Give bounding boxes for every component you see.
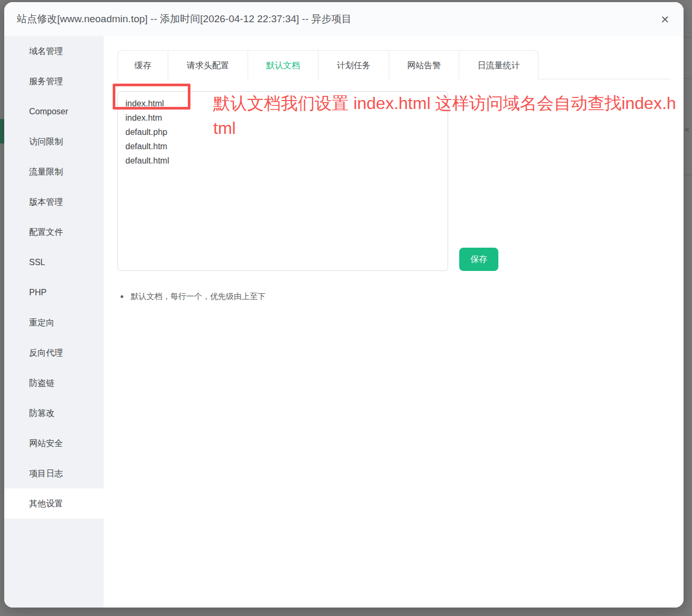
screen: < 站点修改[www.neoadmin.top] -- 添加时间[2026-04… <box>0 0 692 616</box>
dialog-title: 站点修改[www.neoadmin.top] -- 添加时间[2026-04-1… <box>17 2 352 36</box>
sidebar-item-3[interactable]: Composer <box>4 96 104 126</box>
sidebar: 域名管理服务管理Composer访问限制流量限制版本管理配置文件SSLPHP重定… <box>4 36 104 608</box>
sidebar-item-8[interactable]: SSL <box>4 247 104 277</box>
sidebar-item-9[interactable]: PHP <box>4 277 104 307</box>
hint-label: 默认文档，每行一个，优先级由上至下 <box>131 292 266 302</box>
sidebar-item-6[interactable]: 版本管理 <box>4 187 104 217</box>
sidebar-item-2[interactable]: 服务管理 <box>4 66 104 96</box>
sidebar-item-15[interactable]: 项目日志 <box>4 458 104 488</box>
tab-3[interactable]: 默认文档 <box>248 50 318 79</box>
tab-bar: 缓存请求头配置默认文档计划任务网站告警日流量统计 <box>117 50 671 79</box>
sidebar-item-16[interactable]: 其他设置 <box>4 488 104 519</box>
sidebar-item-1[interactable]: 域名管理 <box>4 36 104 66</box>
annotation-note: 默认文档我们设置 index.html 这样访问域名会自动查找index.htm… <box>213 91 680 141</box>
tab-1[interactable]: 缓存 <box>117 50 168 79</box>
save-button[interactable]: 保存 <box>459 248 498 271</box>
tabs: 缓存请求头配置默认文档计划任务网站告警日流量统计 <box>117 50 539 79</box>
sidebar-item-10[interactable]: 重定向 <box>4 307 104 338</box>
tab-2[interactable]: 请求头配置 <box>168 50 248 79</box>
bullet-icon <box>121 295 123 298</box>
sidebar-item-7[interactable]: 配置文件 <box>4 217 104 247</box>
hint-row: 默认文档，每行一个，优先级由上至下 <box>121 292 266 302</box>
close-icon[interactable]: ✕ <box>658 13 672 26</box>
sidebar-item-5[interactable]: 流量限制 <box>4 157 104 187</box>
tab-6[interactable]: 日流量统计 <box>459 50 539 79</box>
sidebar-item-12[interactable]: 防盗链 <box>4 368 104 398</box>
tab-4[interactable]: 计划任务 <box>318 50 389 79</box>
sidebar-item-13[interactable]: 防篡改 <box>4 398 104 428</box>
sidebar-item-14[interactable]: 网站安全 <box>4 428 104 458</box>
annotation-highlight-box <box>113 84 190 110</box>
dialog-titlebar: 站点修改[www.neoadmin.top] -- 添加时间[2026-04-1… <box>4 2 684 36</box>
tab-5[interactable]: 网站告警 <box>389 50 459 79</box>
sidebar-item-11[interactable]: 反向代理 <box>4 338 104 368</box>
sidebar-item-4[interactable]: 访问限制 <box>4 126 104 157</box>
